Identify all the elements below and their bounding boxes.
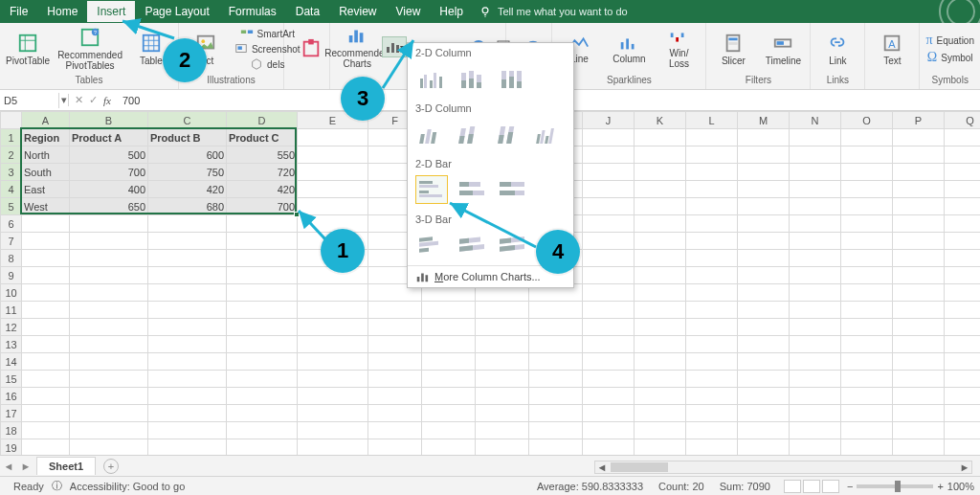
cell-C5[interactable]: 680 [148, 198, 227, 215]
cell-A4[interactable]: East [22, 181, 70, 198]
cell-P7[interactable] [893, 233, 945, 250]
cell-N13[interactable] [790, 336, 841, 353]
cell-N6[interactable] [790, 215, 841, 233]
cell-I16[interactable] [529, 388, 583, 405]
cell-O4[interactable] [841, 181, 893, 198]
cell-E3[interactable] [298, 164, 368, 181]
cell-E19[interactable] [298, 439, 368, 457]
cell-J15[interactable] [583, 371, 635, 388]
cell-C10[interactable] [148, 284, 227, 302]
row-header-10[interactable]: 10 [1, 284, 22, 302]
col-header-M[interactable]: M [738, 112, 790, 129]
cell-I13[interactable] [529, 336, 583, 353]
cell-M18[interactable] [738, 422, 790, 439]
cell-A9[interactable] [22, 267, 70, 284]
cell-G14[interactable] [422, 353, 476, 371]
cell-K12[interactable] [635, 319, 686, 336]
cell-K14[interactable] [635, 353, 686, 371]
cell-J9[interactable] [583, 267, 635, 284]
cell-J3[interactable] [583, 164, 635, 181]
cell-N9[interactable] [790, 267, 841, 284]
cell-P1[interactable] [893, 129, 945, 146]
cell-C19[interactable] [148, 439, 227, 457]
cell-P14[interactable] [893, 353, 945, 371]
cell-B6[interactable] [70, 215, 148, 233]
cell-D8[interactable] [227, 250, 298, 267]
cell-M2[interactable] [738, 146, 790, 164]
chart-3d-100stacked-bar[interactable] [496, 231, 528, 259]
cell-H18[interactable] [476, 422, 529, 439]
cell-L9[interactable] [686, 267, 738, 284]
cell-C9[interactable] [148, 267, 227, 284]
cell-K11[interactable] [635, 302, 686, 319]
cell-B1[interactable]: Product A [70, 129, 148, 146]
cell-M13[interactable] [738, 336, 790, 353]
cell-E11[interactable] [298, 302, 368, 319]
tab-insert[interactable]: Insert [87, 1, 135, 22]
cell-O1[interactable] [841, 129, 893, 146]
cell-B8[interactable] [70, 250, 148, 267]
cell-K15[interactable] [635, 371, 686, 388]
cell-M5[interactable] [738, 198, 790, 215]
cell-D15[interactable] [227, 371, 298, 388]
col-header-L[interactable]: L [686, 112, 738, 129]
cell-N19[interactable] [790, 439, 841, 457]
chart-clustered-bar[interactable] [415, 175, 448, 204]
cell-A8[interactable] [22, 250, 70, 267]
row-header-8[interactable]: 8 [1, 250, 22, 267]
cell-J8[interactable] [583, 250, 635, 267]
cell-P6[interactable] [893, 215, 945, 233]
cell-Q17[interactable] [945, 405, 981, 422]
cell-A5[interactable]: West [22, 198, 70, 215]
cell-A2[interactable]: North [22, 146, 70, 164]
scroll-left-icon[interactable]: ◄ [595, 461, 609, 473]
formula-value[interactable]: 700 [117, 93, 145, 108]
cell-O17[interactable] [841, 405, 893, 422]
cell-K2[interactable] [635, 146, 686, 164]
cell-D4[interactable]: 420 [227, 181, 298, 198]
chart-stacked-column[interactable] [456, 64, 488, 93]
cell-N18[interactable] [790, 422, 841, 439]
horizontal-scrollbar[interactable]: ◄ ► [594, 461, 972, 474]
chart-3d-100stacked-column[interactable] [495, 120, 526, 148]
cell-O2[interactable] [841, 146, 893, 164]
cell-O10[interactable] [841, 284, 893, 302]
cell-F11[interactable] [368, 302, 422, 319]
cell-F19[interactable] [368, 439, 422, 457]
cell-H15[interactable] [476, 371, 529, 388]
cell-D11[interactable] [227, 302, 298, 319]
cell-O9[interactable] [841, 267, 893, 284]
cell-Q13[interactable] [945, 336, 981, 353]
cell-K9[interactable] [635, 267, 686, 284]
cell-I17[interactable] [529, 405, 583, 422]
tab-data[interactable]: Data [286, 1, 329, 22]
cell-N12[interactable] [790, 319, 841, 336]
cell-E13[interactable] [298, 336, 368, 353]
cell-P17[interactable] [893, 405, 945, 422]
sheet-nav-prev[interactable]: ◄ [0, 461, 17, 472]
cell-M10[interactable] [738, 284, 790, 302]
cell-N17[interactable] [790, 405, 841, 422]
tab-page-layout[interactable]: Page Layout [135, 1, 218, 22]
col-header-J[interactable]: J [583, 112, 635, 129]
cell-L14[interactable] [686, 353, 738, 371]
cell-O3[interactable] [841, 164, 893, 181]
row-header-7[interactable]: 7 [1, 233, 22, 250]
cell-L2[interactable] [686, 146, 738, 164]
cell-L5[interactable] [686, 198, 738, 215]
cell-M16[interactable] [738, 388, 790, 405]
cell-O6[interactable] [841, 215, 893, 233]
cell-O12[interactable] [841, 319, 893, 336]
cell-E18[interactable] [298, 422, 368, 439]
cell-E12[interactable] [298, 319, 368, 336]
cell-L6[interactable] [686, 215, 738, 233]
cell-H16[interactable] [476, 388, 529, 405]
zoom-control[interactable]: − + 100% [847, 481, 974, 492]
cell-F18[interactable] [368, 422, 422, 439]
recommended-pivottables-button[interactable]: ? Recommended PivotTables [57, 27, 122, 71]
cell-O16[interactable] [841, 388, 893, 405]
cell-P10[interactable] [893, 284, 945, 302]
cell-A19[interactable] [22, 439, 70, 457]
sparkline-column-button[interactable]: Column [608, 34, 650, 64]
cell-C13[interactable] [148, 336, 227, 353]
